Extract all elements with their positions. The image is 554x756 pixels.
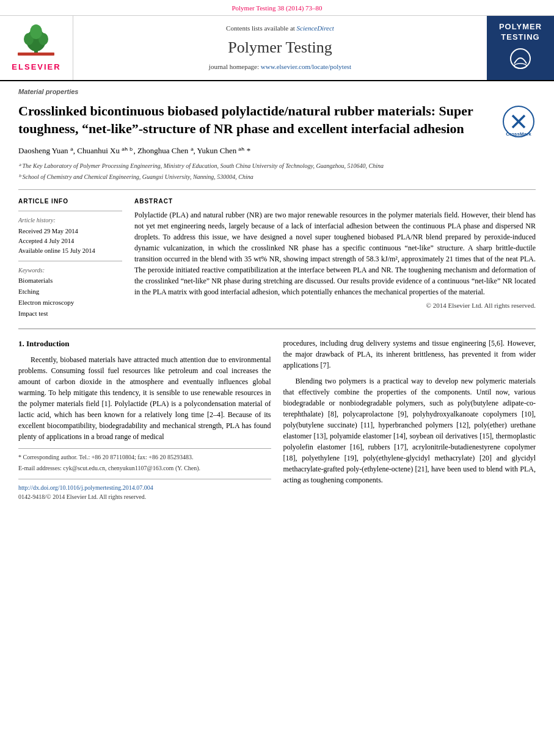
info-divider-2: [18, 261, 122, 261]
elsevier-tree-icon: [18, 22, 54, 56]
history-label: Article history:: [18, 216, 122, 225]
keyword-2: Etching: [18, 287, 122, 297]
received-date: Received 29 May 2014: [18, 227, 122, 236]
intro-paragraph-1: Recently, biobased materials have attrac…: [18, 354, 271, 442]
keyword-1: Biomaterials: [18, 276, 122, 286]
svg-text:CrossMark: CrossMark: [506, 131, 531, 137]
badge-logo-icon: [505, 46, 536, 74]
authors-text: Daosheng Yuan ᵃ, Chuanhui Xu ᵃʰ ᵇ, Zhong…: [18, 146, 250, 155]
svg-point-4: [30, 24, 42, 39]
sciencedirect-link[interactable]: ScienceDirect: [297, 24, 334, 32]
doi-url[interactable]: http://dx.doi.org/10.1016/j.polymertesti…: [18, 483, 271, 492]
crossmark-icon: CrossMark: [502, 105, 536, 139]
doi-area: http://dx.doi.org/10.1016/j.polymertesti…: [18, 479, 271, 501]
affiliation-b: ᵇ School of Chemistry and Chemical Engin…: [18, 173, 536, 182]
body-two-col: 1. Introduction Recently, biobased mater…: [18, 338, 536, 502]
crossmark-badge[interactable]: CrossMark: [502, 105, 536, 139]
homepage-label: journal homepage:: [209, 63, 261, 70]
elsevier-logo: ELSEVIER: [12, 22, 60, 73]
email-addresses: cyk@scut.edu.cn, chenyukun1107@163.com (…: [63, 465, 200, 471]
authors-line: Daosheng Yuan ᵃ, Chuanhui Xu ᵃʰ ᵇ, Zhong…: [18, 145, 536, 157]
journal-citation: Polymer Testing 38 (2014) 73–80: [231, 4, 322, 12]
info-divider-1: [18, 211, 122, 211]
email-label: E-mail addresses:: [18, 465, 62, 471]
body-col-left: 1. Introduction Recently, biobased mater…: [18, 338, 271, 502]
journal-title-area: Contents lists available at ScienceDirec…: [73, 16, 487, 80]
sciencedirect-line: Contents lists available at ScienceDirec…: [226, 24, 334, 34]
keyword-3: Electron microscopy: [18, 298, 122, 308]
abstract-label: ABSTRACT: [134, 197, 536, 206]
divider-2: [18, 329, 536, 329]
sciencedirect-label: Contents lists available at: [226, 24, 295, 32]
badge-title-text: POLYMERTESTING: [499, 22, 542, 42]
accepted-date: Accepted 4 July 2014: [18, 236, 122, 245]
abstract-col: ABSTRACT Polylactide (PLA) and natural r…: [134, 197, 536, 320]
journal-badge: POLYMERTESTING: [487, 16, 554, 80]
intro-paragraph-3: Blending two polymers is a practical way…: [283, 376, 536, 485]
email-footnote: E-mail addresses: cyk@scut.edu.cn, cheny…: [18, 463, 271, 473]
intro-paragraph-2: procedures, including drug delivery syst…: [283, 338, 536, 371]
elsevier-text: ELSEVIER: [12, 62, 60, 73]
footnotes-area: * Corresponding author. Tel.: +86 20 871…: [18, 448, 271, 473]
intro-heading: 1. Introduction: [18, 338, 271, 350]
article-info-abstract-section: ARTICLE INFO Article history: Received 2…: [18, 197, 536, 320]
keywords-list: Biomaterials Etching Electron microscopy…: [18, 276, 122, 319]
svg-rect-5: [18, 53, 54, 56]
journal-title: Polymer Testing: [228, 36, 332, 59]
divider-1: [18, 189, 536, 190]
svg-point-7: [514, 64, 527, 68]
keywords-label: Keywords:: [18, 266, 122, 275]
affiliation-a: ᵃ The Key Laboratory of Polymer Processi…: [18, 162, 536, 171]
homepage-url[interactable]: www.elsevier.com/locate/polytest: [261, 63, 351, 70]
available-date: Available online 15 July 2014: [18, 246, 122, 255]
copyright: © 2014 Elsevier Ltd. All rights reserved…: [134, 301, 536, 311]
body-col-right: procedures, including drug delivery syst…: [283, 338, 536, 502]
journal-citation-bar: Polymer Testing 38 (2014) 73–80: [0, 0, 554, 16]
abstract-text: Polylactide (PLA) and natural rubber (NR…: [134, 209, 536, 297]
article-content: Material properties Crosslinked bicontin…: [0, 81, 554, 508]
article-title-text: Crosslinked bicontinuous biobased polyla…: [18, 103, 473, 137]
elsevier-logo-area: ELSEVIER: [0, 16, 73, 80]
corresponding-footnote: * Corresponding author. Tel.: +86 20 871…: [18, 453, 271, 462]
article-info-label: ARTICLE INFO: [18, 197, 122, 206]
article-info-col: ARTICLE INFO Article history: Received 2…: [18, 197, 122, 320]
journal-homepage: journal homepage: www.elsevier.com/locat…: [209, 62, 351, 72]
doi-issn: 0142-9418/© 2014 Elsevier Ltd. All right…: [18, 492, 271, 501]
keyword-4: Impact test: [18, 309, 122, 319]
journal-header: ELSEVIER Contents lists available at Sci…: [0, 16, 554, 81]
section-label: Material properties: [18, 87, 536, 97]
article-title: Crosslinked bicontinuous biobased polyla…: [18, 102, 536, 138]
badge-title: POLYMERTESTING: [499, 22, 542, 43]
